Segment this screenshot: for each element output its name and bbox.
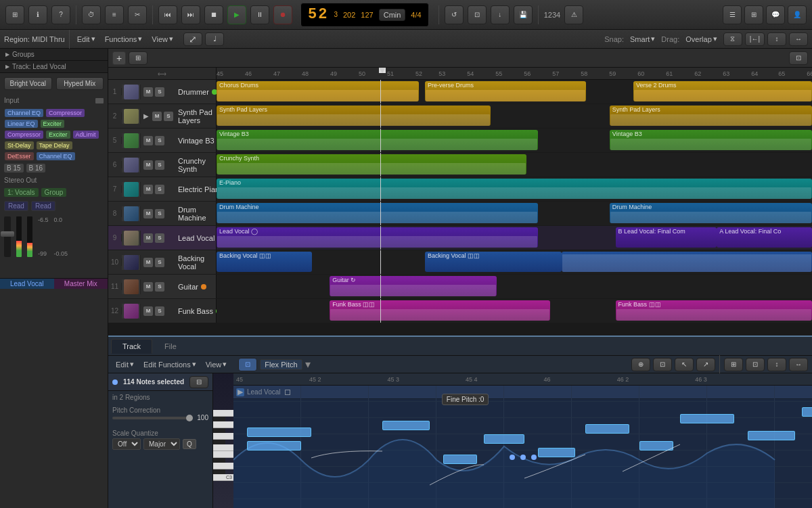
region-vintage-1[interactable]: Vintage B3 bbox=[217, 130, 538, 150]
chat-btn[interactable]: 💬 bbox=[766, 5, 785, 24]
mute-7[interactable]: M bbox=[143, 185, 153, 194]
solo-7[interactable]: S bbox=[155, 185, 164, 194]
solo-1[interactable]: S bbox=[155, 87, 164, 97]
track-content-2[interactable]: Synth Pad Layers Synth Pad Layers bbox=[217, 104, 812, 128]
plugin-deesser[interactable]: DeEsser bbox=[5, 152, 34, 160]
play-btn[interactable]: ▶ bbox=[227, 5, 246, 24]
plugin-exciter1[interactable]: Exciter bbox=[41, 120, 65, 128]
track-triangle[interactable]: ▶ bbox=[5, 64, 9, 70]
redo-btn[interactable]: ⊡ bbox=[468, 5, 487, 24]
pitch-slider-thumb[interactable] bbox=[186, 415, 193, 421]
read-btn1[interactable]: Read bbox=[4, 201, 28, 211]
fp-note-10[interactable] bbox=[748, 431, 795, 440]
solo-6[interactable]: S bbox=[155, 160, 164, 170]
track-content-7[interactable]: E-Piano bbox=[217, 177, 812, 201]
region-drum-machine-1[interactable]: Drum Machine bbox=[217, 203, 538, 223]
stop-btn[interactable]: ⏹ bbox=[204, 5, 223, 24]
region-epiano-1[interactable]: E-Piano bbox=[217, 179, 812, 199]
flex-pitch-content[interactable]: 45 45 2 45 3 45 4 46 46 2 46 3 ▶ Lead Vo… bbox=[233, 373, 812, 508]
fp-note-9[interactable] bbox=[680, 414, 734, 423]
plugin-adlimit[interactable]: AdLimit bbox=[73, 131, 99, 139]
assign-chip[interactable]: 1: Vocals bbox=[4, 188, 39, 197]
region-bass-1[interactable]: Funk Bass ◫◫ bbox=[330, 300, 550, 321]
fader-main[interactable] bbox=[4, 216, 11, 257]
link-btn[interactable]: ⧖ bbox=[723, 32, 742, 46]
region-vocal-1[interactable]: Lead Vocal ◯ bbox=[217, 227, 538, 248]
options-btn[interactable]: ⊞ bbox=[129, 51, 148, 65]
solo-9[interactable]: S bbox=[155, 233, 164, 243]
metronome-btn[interactable]: ⏱ bbox=[82, 5, 101, 24]
record-btn[interactable]: ⏺ bbox=[273, 5, 292, 24]
track-content-1[interactable]: Chorus Drums Pre-verse Drums Verse 2 Dru… bbox=[217, 80, 812, 103]
region-drum-machine-2[interactable]: Drum Machine bbox=[610, 203, 812, 223]
region-synth-2[interactable]: Synth Pad Layers bbox=[610, 106, 812, 126]
region-backing-1[interactable]: Backing Vocal ◫◫ bbox=[217, 252, 312, 272]
solo-5[interactable]: S bbox=[155, 136, 164, 145]
bottom-view-menu[interactable]: View ▾ bbox=[202, 359, 231, 370]
mute-2[interactable]: M bbox=[152, 112, 162, 121]
list-btn[interactable]: ☰ bbox=[723, 5, 742, 24]
q-button[interactable]: Q bbox=[183, 439, 196, 449]
bounce-btn[interactable]: ↓ bbox=[491, 5, 510, 24]
rewind-btn[interactable]: ⏮ bbox=[158, 5, 177, 24]
fp-note-11[interactable] bbox=[802, 407, 812, 417]
fp-note-5[interactable] bbox=[484, 434, 524, 444]
groups-triangle[interactable]: ▶ bbox=[5, 51, 9, 57]
mute-6[interactable]: M bbox=[143, 160, 153, 170]
sq-off-select[interactable]: Off bbox=[112, 438, 141, 450]
group-chip[interactable]: Group bbox=[41, 188, 67, 197]
send-b16[interactable]: B 16 bbox=[26, 164, 46, 172]
track-content-8[interactable]: Drum Machine Drum Machine bbox=[217, 202, 812, 225]
preset2-btn[interactable]: Hyped Mix bbox=[56, 77, 104, 90]
zoom-in-btn[interactable]: ⤢ bbox=[183, 32, 202, 46]
zoom-btn[interactable]: ↔ bbox=[789, 32, 808, 46]
scissors-btn[interactable]: ✂ bbox=[128, 5, 147, 24]
fp-note-1[interactable] bbox=[247, 428, 311, 437]
solo-8[interactable]: S bbox=[155, 209, 164, 218]
undo-btn[interactable]: ↺ bbox=[445, 5, 464, 24]
pause-btn[interactable]: ⏸ bbox=[250, 5, 269, 24]
region-verse2-drums[interactable]: Verse 2 Drums bbox=[633, 81, 812, 101]
pitch-slider[interactable] bbox=[112, 417, 193, 419]
region-synth-1[interactable]: Synth Pad Layers bbox=[217, 106, 491, 126]
user-btn[interactable]: 👤 bbox=[788, 5, 807, 24]
sq-major-select[interactable]: Major bbox=[143, 438, 180, 450]
mute-1[interactable]: M bbox=[143, 87, 153, 97]
cursor-btn[interactable]: ↖ bbox=[675, 358, 694, 371]
scroll-bottom-btn[interactable]: ↕ bbox=[767, 358, 786, 371]
read-btn2[interactable]: Read bbox=[31, 201, 55, 211]
region-backing-3[interactable] bbox=[562, 252, 812, 272]
mute-12[interactable]: M bbox=[143, 306, 153, 316]
region-chorus-drums[interactable]: Chorus Drums bbox=[217, 81, 419, 101]
warning-btn[interactable]: ⚠ bbox=[564, 5, 583, 24]
expand-bottom-btn[interactable]: ↔ bbox=[789, 358, 808, 371]
track-content-6[interactable]: Crunchy Synth bbox=[217, 153, 812, 177]
region-preverse-drums[interactable]: Pre-verse Drums bbox=[425, 81, 586, 101]
capture-btn[interactable]: ⊕ bbox=[631, 358, 650, 371]
flex-icon[interactable]: ⊡ bbox=[238, 358, 257, 371]
plugin-compressor1[interactable]: Compressor bbox=[46, 109, 85, 117]
fp-note-3[interactable] bbox=[382, 421, 430, 430]
track-content-9[interactable]: Lead Vocal ◯ B Lead Vocal: Final Com A L… bbox=[217, 226, 812, 250]
plugin-channeleq1[interactable]: Channel EQ bbox=[5, 109, 43, 117]
track-settings-icon[interactable]: ⊡ bbox=[789, 51, 808, 65]
tab-track[interactable]: Track bbox=[111, 339, 152, 354]
lead-vocal-label[interactable]: Lead Vocal bbox=[0, 279, 54, 289]
mixer-btn[interactable]: ≡ bbox=[105, 5, 124, 24]
library-btn[interactable]: ⊞ bbox=[5, 5, 24, 24]
mute-5[interactable]: M bbox=[143, 136, 153, 145]
functions-menu[interactable]: Functions ▾ bbox=[102, 33, 146, 45]
bottom-edit-menu[interactable]: Edit ▾ bbox=[112, 359, 137, 370]
save-btn[interactable]: 💾 bbox=[514, 5, 533, 24]
bottom-functions-menu[interactable]: Edit Functions ▾ bbox=[140, 359, 200, 370]
tab-file[interactable]: File bbox=[154, 340, 187, 353]
track-content-5[interactable]: Vintage B3 Vintage B3 bbox=[217, 129, 812, 152]
mute-9[interactable]: M bbox=[143, 233, 153, 243]
plugin-lineareq[interactable]: Linear EQ bbox=[5, 120, 38, 128]
settings-btn[interactable]: ⊡ bbox=[789, 51, 808, 65]
add-track-btn[interactable]: + bbox=[112, 51, 126, 65]
plugin-stdelay[interactable]: St-Delay bbox=[5, 141, 34, 149]
arrow-btn[interactable]: ↗ bbox=[696, 358, 715, 371]
solo-2[interactable]: S bbox=[164, 112, 173, 121]
master-mix-label[interactable]: Master Mix bbox=[54, 279, 108, 289]
